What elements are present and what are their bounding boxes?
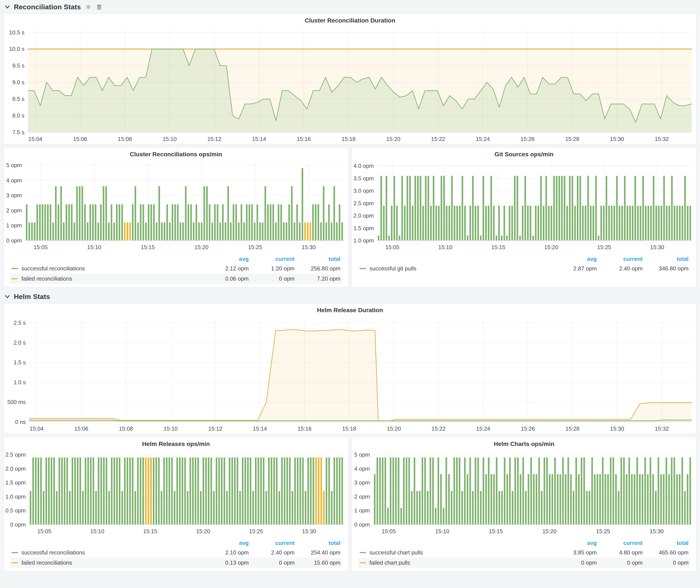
svg-text:15:30: 15:30 [610, 136, 624, 142]
git-sources-opm-chart[interactable]: 15:0515:1015:1515:2015:2515:301.0 opm1.5… [352, 159, 696, 252]
legend-current-value: 2.40 opm [249, 549, 295, 556]
svg-text:15:10: 15:10 [435, 528, 449, 535]
svg-text:15:18: 15:18 [342, 425, 356, 432]
legend-sort-total[interactable]: total [643, 540, 689, 546]
helm-releases-opm-chart[interactable]: 15:0515:1015:1515:2015:2515:300 opm0.5 o… [4, 449, 348, 536]
svg-text:10.5 s: 10.5 s [9, 29, 24, 36]
svg-text:15:30: 15:30 [650, 244, 664, 250]
legend: avg current total successful chart pulls… [358, 538, 690, 568]
panel-title[interactable]: Cluster Reconciliation Duration [4, 14, 696, 25]
cluster-reconciliations-opm-chart[interactable]: 15:0515:1015:1515:2015:2515:300 opm1 opm… [4, 159, 348, 252]
legend-row-failed-reconciliations: failed reconciliations 0.06 opm 0 opm 7.… [10, 274, 342, 284]
legend-current-value: 0 opm [597, 559, 643, 566]
svg-text:15:25: 15:25 [596, 528, 610, 535]
svg-text:0 opm: 0 opm [6, 237, 22, 244]
series-color-dash [11, 268, 18, 269]
chevron-down-icon [5, 5, 10, 9]
legend-total-value: 465.60 opm [643, 549, 689, 556]
series-color-dash [360, 268, 366, 269]
legend-sort-total[interactable]: total [295, 540, 340, 546]
helm-release-duration-chart[interactable]: 15:0415:0615:0815:1015:1215:1415:1615:18… [4, 315, 696, 434]
svg-text:500 ms: 500 ms [7, 399, 26, 405]
svg-text:10.0 s: 10.0 s [9, 46, 24, 52]
svg-text:15:32: 15:32 [655, 425, 669, 432]
svg-text:15:14: 15:14 [252, 136, 266, 142]
panel-title[interactable]: Git Sources ops/min [352, 147, 696, 159]
svg-text:4 opm: 4 opm [354, 465, 370, 472]
dashboard-page: Reconciliation Stats Cluster Reconciliat… [0, 0, 700, 588]
svg-text:15:10: 15:10 [164, 425, 178, 432]
svg-text:15:24: 15:24 [476, 425, 490, 432]
legend-sort-avg[interactable]: avg [551, 256, 597, 262]
svg-text:2.5 opm: 2.5 opm [5, 451, 26, 458]
svg-text:3.5 opm: 3.5 opm [353, 175, 374, 182]
svg-text:7.5 s: 7.5 s [12, 129, 24, 136]
svg-text:3.0 opm: 3.0 opm [353, 187, 374, 194]
svg-text:0.5 opm: 0.5 opm [5, 507, 26, 514]
svg-text:4 opm: 4 opm [6, 177, 22, 184]
legend-total-value: 254.40 opm [295, 549, 340, 556]
svg-text:15:30: 15:30 [302, 528, 316, 535]
svg-text:2.5 opm: 2.5 opm [353, 200, 374, 207]
legend-total-value: 0 opm [643, 559, 689, 566]
gear-icon[interactable] [85, 3, 92, 10]
legend-avg-value: 0.13 opm [203, 559, 249, 566]
svg-text:15:28: 15:28 [565, 136, 579, 142]
panel-title[interactable]: Helm Releases ops/min [4, 437, 348, 449]
section-title: Reconciliation Stats [14, 3, 81, 11]
legend-sort-current[interactable]: current [597, 256, 643, 262]
svg-text:15:08: 15:08 [118, 136, 132, 142]
svg-text:8.5 s: 8.5 s [12, 96, 24, 102]
helm-charts-opm-chart[interactable]: 15:0515:1015:1515:2015:2515:300 opm1 opm… [352, 449, 696, 536]
legend-avg-value: 0.06 opm [203, 275, 249, 282]
section-header-helm-stats[interactable]: Helm Stats [0, 291, 700, 302]
svg-text:15:16: 15:16 [297, 136, 311, 142]
series-color-dash [11, 552, 18, 553]
svg-text:15:20: 15:20 [196, 528, 210, 535]
legend-sort-avg[interactable]: avg [551, 540, 597, 546]
panel-helm-charts-opm: Helm Charts ops/min 15:0515:1015:1515:20… [352, 437, 697, 572]
trash-icon[interactable] [96, 3, 103, 10]
svg-text:5 opm: 5 opm [6, 162, 22, 168]
svg-text:15:10: 15:10 [90, 528, 104, 535]
legend-sort-current[interactable]: current [249, 256, 295, 262]
svg-text:15:16: 15:16 [297, 425, 311, 432]
svg-text:15:26: 15:26 [521, 425, 535, 432]
svg-text:5 opm: 5 opm [354, 451, 370, 458]
legend-current-value: 2.40 opm [597, 265, 643, 272]
legend-row-successful-git-pulls: successful git pulls 2.87 opm 2.40 opm 3… [358, 263, 690, 274]
legend-row-successful-reconciliations: successful reconciliations 2.10 opm 2.40… [10, 548, 342, 558]
svg-text:15:06: 15:06 [74, 425, 88, 432]
svg-text:15:24: 15:24 [476, 136, 490, 142]
panel-title[interactable]: Cluster Reconciliations ops/min [4, 147, 348, 159]
legend-sort-avg[interactable]: avg [203, 540, 249, 546]
legend-header-row: avg current total [10, 254, 342, 263]
panel-title[interactable]: Helm Release Duration [4, 303, 696, 315]
legend-total-value: 15.60 opm [295, 559, 340, 566]
section-header-reconciliation-stats[interactable]: Reconciliation Stats [0, 1, 700, 13]
svg-text:15:20: 15:20 [386, 136, 400, 142]
svg-text:1.5 opm: 1.5 opm [5, 479, 26, 486]
legend-sort-avg[interactable]: avg [203, 256, 249, 262]
svg-text:15:05: 15:05 [37, 528, 51, 535]
series-color-dash [11, 562, 18, 563]
legend-sort-current[interactable]: current [597, 540, 643, 546]
cluster-reconciliation-duration-chart[interactable]: 15:0415:0615:0815:1015:1215:1415:1615:18… [4, 25, 696, 144]
svg-text:15:10: 15:10 [163, 136, 177, 142]
legend-sort-total[interactable]: total [643, 256, 689, 262]
legend-row-successful-chart-pulls: successful chart pulls 3.85 opm 4.80 opm… [358, 548, 690, 558]
panel-title[interactable]: Helm Charts ops/min [352, 437, 696, 449]
legend-current-value: 0 opm [249, 559, 295, 566]
svg-text:15:15: 15:15 [491, 244, 505, 250]
panel-cluster-reconciliations-opm: Cluster Reconciliations ops/min 15:0515:… [3, 147, 348, 288]
legend-sort-current[interactable]: current [249, 540, 295, 546]
svg-text:1.0 opm: 1.0 opm [353, 237, 374, 244]
svg-text:1.5 s: 1.5 s [14, 359, 26, 366]
svg-text:15:30: 15:30 [650, 528, 664, 535]
legend-row-failed-chart-pulls: failed chart pulls 0 opm 0 opm 0 opm [358, 558, 690, 568]
svg-text:15:15: 15:15 [141, 244, 155, 250]
legend-sort-total[interactable]: total [295, 256, 340, 262]
svg-text:15:20: 15:20 [542, 528, 556, 535]
legend: avg current total successful git pulls 2… [358, 254, 690, 274]
legend-current-value: 1.20 opm [249, 265, 295, 272]
